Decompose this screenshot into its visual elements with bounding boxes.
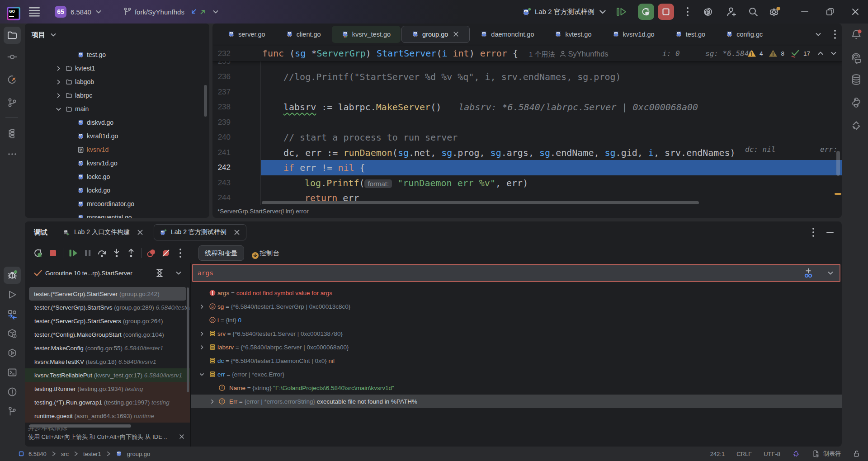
tree-chevron-icon[interactable] bbox=[55, 106, 62, 113]
line-number[interactable]: 236 bbox=[212, 69, 231, 85]
variable-chevron-icon[interactable] bbox=[209, 399, 215, 405]
line-number[interactable]: 239 bbox=[212, 115, 231, 130]
tree-item-mrsequential.go[interactable]: mrsequential.go bbox=[25, 211, 209, 218]
stripe-item-database[interactable] bbox=[848, 71, 865, 88]
stripe-item-terminal[interactable] bbox=[4, 364, 21, 381]
stack-frame[interactable]: tester.MakeConfig (config.go:55) 6.5840/… bbox=[25, 341, 190, 355]
editor-horizontal-scrollbar[interactable] bbox=[262, 201, 699, 204]
mute-breakpoints-icon[interactable] bbox=[159, 246, 173, 260]
project-name[interactable]: 6.5840 bbox=[71, 8, 91, 16]
tree-item-kvraft1d.go[interactable]: kvraft1d.go bbox=[25, 129, 209, 143]
step-into-icon[interactable] bbox=[109, 246, 124, 260]
stripe-item-structure[interactable] bbox=[4, 125, 21, 142]
variable-chevron-icon[interactable] bbox=[199, 344, 205, 350]
hint-close-icon[interactable] bbox=[179, 433, 185, 440]
line-ending[interactable]: CRLF bbox=[736, 451, 752, 457]
stack-frame[interactable]: testing.tRunner (testing.go:1934) testin… bbox=[25, 382, 190, 395]
editor-tab-kvtest.go[interactable]: kvtest.go bbox=[545, 26, 601, 43]
stripe-item-debug[interactable] bbox=[4, 267, 21, 284]
indent-widget[interactable]: 制表符 bbox=[812, 450, 841, 458]
rerun-icon[interactable] bbox=[31, 246, 46, 260]
statusbar-crumb[interactable]: 6.5840 bbox=[28, 451, 47, 457]
stripe-item-endpoints[interactable] bbox=[4, 306, 21, 323]
step-over-icon[interactable] bbox=[95, 246, 109, 260]
line-number[interactable]: 242 bbox=[212, 160, 231, 175]
debug-session-tab-Lab 2 入口文件构建[interactable]: Lab 2 入口文件构建 bbox=[57, 224, 149, 240]
line-number[interactable]: 243 bbox=[212, 175, 231, 191]
tab-options-icon[interactable] bbox=[834, 29, 836, 39]
variable-row-err[interactable]: err = {error | *exec.Error} bbox=[191, 367, 842, 381]
run-config-selector[interactable]: Lab 2 官方测试样例 bbox=[522, 7, 607, 16]
tree-chevron-icon[interactable] bbox=[55, 79, 62, 85]
stripe-item-problems[interactable] bbox=[4, 383, 21, 400]
window-minimize-button[interactable] bbox=[792, 0, 817, 24]
stack-frame[interactable]: tester.(*ServerGrp).StartServers (group.… bbox=[25, 314, 190, 328]
breadcrumb[interactable]: *ServerGrp.StartServer(i int) error bbox=[217, 208, 309, 215]
project-chevron-icon[interactable] bbox=[95, 8, 102, 15]
editor-vertical-scrollbar[interactable] bbox=[836, 151, 840, 176]
stripe-item-packages[interactable] bbox=[4, 325, 21, 342]
variable-row-labsrv[interactable]: labsrv = {*6.5840/labrpc.Server | 0xc000… bbox=[191, 340, 842, 354]
ai-swirl-icon[interactable] bbox=[699, 3, 717, 21]
variable-chevron-icon[interactable] bbox=[199, 304, 205, 310]
hidden-tabs-chevron-icon[interactable] bbox=[815, 31, 822, 38]
tree-item-lockd.go[interactable]: lockd.go bbox=[25, 183, 209, 197]
thread-chevron-icon[interactable] bbox=[175, 269, 182, 277]
file-encoding[interactable]: UTF-8 bbox=[764, 451, 780, 457]
window-close-button[interactable] bbox=[843, 0, 868, 24]
variable-row-Name[interactable]: fName = {string} "F:\GolandProjects\6.58… bbox=[191, 381, 842, 395]
stripe-item-python-packages[interactable] bbox=[848, 94, 865, 111]
settings-gear-icon[interactable] bbox=[766, 3, 784, 21]
variable-chevron-icon[interactable] bbox=[199, 372, 205, 377]
tree-chevron-icon[interactable] bbox=[55, 92, 62, 99]
tree-item-labgob[interactable]: labgob bbox=[25, 75, 209, 89]
editor-tab-kvsrv1d.go[interactable]: kvsrv1d.go bbox=[603, 26, 665, 43]
tree-item-main[interactable]: main bbox=[25, 102, 209, 116]
code-editor[interactable]: 235236//log.Printf("StartServer %d %v %q… bbox=[212, 46, 842, 205]
editor-tab-config.gc[interactable]: config.gc bbox=[716, 26, 773, 43]
stripe-item-git-graph[interactable] bbox=[4, 94, 21, 111]
search-everywhere-icon[interactable] bbox=[744, 3, 762, 21]
stack-frame[interactable]: runtime.goexit (asm_amd64.s:1693) runtim… bbox=[25, 409, 190, 423]
usages-inlay[interactable]: 1 个用法 bbox=[529, 50, 555, 58]
tab-close-icon[interactable] bbox=[453, 31, 459, 38]
line-number[interactable]: 238 bbox=[212, 99, 231, 115]
stack-frame[interactable]: kvsrv.MakeTestKV (test.go:18) 6.5840/kvs… bbox=[25, 355, 190, 368]
view-breakpoints-icon[interactable] bbox=[144, 246, 159, 260]
line-number[interactable]: 237 bbox=[212, 85, 231, 100]
watch-history-chevron-icon[interactable] bbox=[827, 269, 834, 277]
stack-frame[interactable]: tester.(*Config).MakeGroupStart (config.… bbox=[25, 328, 190, 341]
frames-scrollbar[interactable] bbox=[187, 287, 189, 392]
tab-close-icon[interactable] bbox=[233, 229, 241, 236]
line-number[interactable]: 232 bbox=[212, 46, 231, 61]
stripe-item-git-branches[interactable] bbox=[4, 403, 21, 420]
statusbar-crumb[interactable]: group.go bbox=[127, 451, 150, 457]
stripe-item-project-folder[interactable] bbox=[4, 27, 21, 44]
more-actions-icon[interactable] bbox=[679, 3, 697, 21]
tree-item-diskvd.go[interactable]: diskvd.go bbox=[25, 116, 209, 129]
author-inlay[interactable]: SyYhunfhds bbox=[568, 50, 609, 58]
stop-icon[interactable] bbox=[46, 246, 60, 260]
tab-console[interactable]: 控制台 bbox=[251, 247, 280, 259]
stop-button[interactable] bbox=[658, 4, 674, 20]
stripe-item-ai-assistant[interactable] bbox=[848, 49, 865, 66]
editor-tab-group.go[interactable]: group.go bbox=[401, 26, 470, 43]
stripe-item-run-play[interactable] bbox=[4, 286, 21, 303]
variable-row-dc[interactable]: dc = {*6.5840/tester1.DaemonClnt | 0x0} … bbox=[191, 354, 842, 367]
variable-row-Err[interactable]: fErr = {error | *errors.errorString} exe… bbox=[191, 395, 842, 408]
editor-tab-test.go[interactable]: test.go bbox=[665, 26, 716, 43]
project-badge[interactable]: 65 bbox=[55, 6, 66, 18]
watch-expression-input[interactable]: args bbox=[192, 264, 840, 282]
debug-options-icon[interactable] bbox=[812, 227, 815, 237]
stripe-item-services[interactable] bbox=[4, 344, 21, 362]
show-all-frames-icon[interactable] bbox=[155, 268, 164, 278]
statusbar-crumb[interactable]: src bbox=[61, 451, 69, 457]
stripe-item-pull-requests[interactable] bbox=[4, 71, 21, 88]
code-with-me-icon[interactable] bbox=[722, 3, 741, 21]
stack-frame[interactable]: kvsrv.TestReliablePut (kvsrv_test.go:17)… bbox=[25, 368, 190, 382]
thread-selector[interactable]: Goroutine 10 te...rp).StartServer bbox=[25, 263, 190, 283]
stripe-item-plugin-knot[interactable] bbox=[848, 117, 865, 134]
tree-item-kvsrv1d.go[interactable]: kvsrv1d.go bbox=[25, 156, 209, 170]
statusbar-crumb[interactable]: tester1 bbox=[83, 451, 101, 457]
stack-frame[interactable]: testing.(*T).Run.gowrap1 (testing.go:199… bbox=[25, 395, 190, 409]
